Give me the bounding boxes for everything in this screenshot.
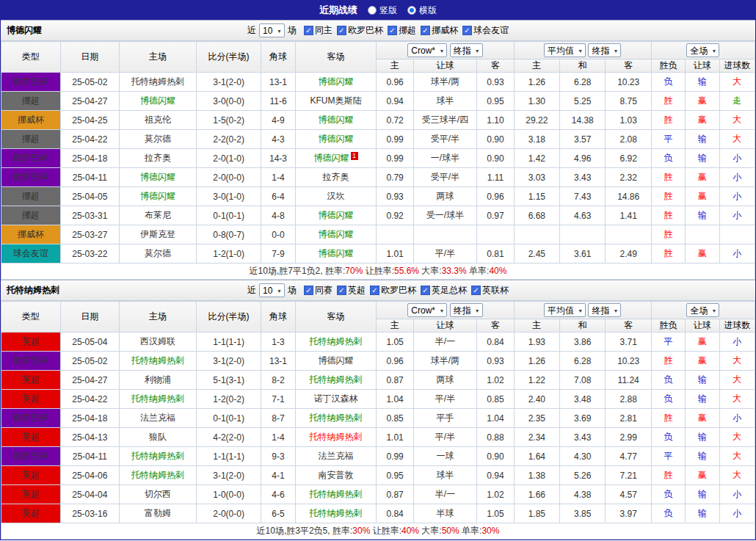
home-team[interactable]: 博德闪耀 — [120, 187, 197, 206]
filter-checkbox-欧罗巴杯[interactable]: ✓欧罗巴杯 — [337, 24, 383, 37]
home-team[interactable]: 托特纳姆热刺 — [120, 447, 197, 466]
away-team[interactable]: 汉坎 — [295, 187, 377, 206]
away-team[interactable]: 博德闪耀 — [295, 206, 377, 225]
home-team[interactable]: 博德闪耀 — [120, 92, 197, 111]
match-score[interactable]: 0-1(0-1) — [196, 206, 261, 225]
checkbox-checked-icon[interactable]: ✓ — [304, 286, 313, 295]
match-score[interactable]: 1-2(1-0) — [196, 244, 261, 264]
away-team[interactable]: 托特纳姆热刺 — [295, 485, 377, 504]
away-team[interactable]: 托特纳姆热刺 — [295, 409, 377, 428]
away-team[interactable]: 博德闪耀 — [295, 73, 377, 92]
home-team[interactable]: 西汉姆联 — [120, 333, 197, 352]
euro-away-odds: 1.03 — [606, 111, 651, 130]
filter-checkbox-英超[interactable]: ✓英超 — [337, 284, 366, 297]
home-team[interactable]: 法兰克福 — [120, 409, 197, 428]
away-team[interactable]: 博德闪耀 — [295, 130, 377, 149]
away-team[interactable]: 拉齐奥 — [295, 168, 377, 187]
checkbox-checked-icon[interactable]: ✓ — [337, 26, 346, 35]
recent-count-select[interactable]: 10 — [259, 283, 285, 297]
euro-away-odds: 2.08 — [606, 130, 651, 149]
checkbox-checked-icon[interactable]: ✓ — [462, 26, 472, 35]
match-score[interactable]: 1-1(1-1) — [196, 447, 261, 466]
recent-count-select[interactable]: 10 — [259, 23, 285, 37]
match-score[interactable]: 2-0(0-0) — [196, 504, 261, 523]
checkbox-checked-icon[interactable]: ✓ — [471, 286, 481, 295]
home-team[interactable]: 托特纳姆热刺 — [120, 352, 197, 371]
away-team[interactable]: 南安普敦 — [295, 466, 377, 485]
euro-odds-time-select[interactable]: 终指 — [588, 43, 621, 57]
home-team[interactable]: 托特纳姆热刺 — [120, 73, 197, 92]
home-team[interactable]: 祖克伦 — [120, 111, 197, 130]
checkbox-checked-icon[interactable]: ✓ — [421, 286, 430, 295]
filter-checkbox-英足总杯[interactable]: ✓英足总杯 — [421, 284, 467, 297]
layout-radio-horizontal[interactable]: 横版 — [407, 4, 437, 17]
home-team[interactable]: 托特纳姆热刺 — [120, 466, 197, 485]
away-team[interactable]: 诺丁汉森林 — [295, 390, 377, 409]
home-team[interactable]: 切尔西 — [120, 485, 197, 504]
home-team[interactable]: 莫尔德 — [120, 130, 197, 149]
match-score[interactable]: 3-1(2-0) — [196, 352, 261, 371]
match-score[interactable]: 2-0(0-0) — [196, 168, 261, 187]
euro-odds-source-select[interactable]: 平均值 — [544, 303, 586, 317]
match-score[interactable]: 2-0(1-0) — [196, 149, 261, 168]
result-goals: 小 — [719, 168, 755, 187]
filter-checkbox-同主[interactable]: ✓同主 — [304, 24, 332, 37]
away-team[interactable]: 托特纳姆热刺 — [295, 428, 377, 447]
asia-odds-source-select[interactable]: Crow* — [407, 43, 447, 57]
radio-checked-icon[interactable] — [407, 6, 416, 15]
checkbox-checked-icon[interactable]: ✓ — [304, 26, 313, 35]
match-score[interactable]: 5-1(3-1) — [196, 371, 261, 390]
home-team[interactable]: 拉齐奥 — [120, 149, 197, 168]
away-team[interactable]: 法兰克福 — [295, 447, 377, 466]
match-score[interactable]: 1-2(0-2) — [196, 390, 261, 409]
home-team[interactable]: 莫尔德 — [120, 244, 197, 264]
match-score[interactable]: 1-5(0-2) — [196, 111, 261, 130]
match-score[interactable]: 2-2(0-2) — [196, 130, 261, 149]
match-score[interactable]: 1-1(1-1) — [196, 333, 261, 352]
match-score[interactable]: 3-1(2-0) — [196, 466, 261, 485]
checkbox-checked-icon[interactable]: ✓ — [337, 286, 346, 295]
away-team[interactable]: 博德闪耀 — [295, 225, 377, 244]
match-score[interactable]: 4-2(2-0) — [196, 428, 261, 447]
filter-checkbox-欧罗巴杯[interactable]: ✓欧罗巴杯 — [370, 284, 416, 297]
home-team[interactable]: 博德闪耀 — [120, 168, 197, 187]
away-team[interactable]: 博德闪耀1 — [295, 149, 377, 168]
home-team[interactable]: 富勒姆 — [120, 504, 197, 523]
away-team[interactable]: 托特纳姆热刺 — [295, 333, 377, 352]
euro-odds-source-select[interactable]: 平均值 — [544, 43, 586, 57]
away-team[interactable]: 博德闪耀 — [295, 111, 377, 130]
match-score[interactable]: 3-1(2-0) — [196, 73, 261, 92]
match-score[interactable]: 1-0(0-0) — [196, 485, 261, 504]
home-team[interactable]: 布莱尼 — [120, 206, 197, 225]
match-score[interactable]: 3-0(0-0) — [196, 92, 261, 111]
euro-odds-time-select[interactable]: 终指 — [588, 303, 621, 317]
away-team[interactable]: KFUM奥斯陆 — [295, 92, 377, 111]
filter-checkbox-球会友谊[interactable]: ✓球会友谊 — [462, 24, 509, 37]
filter-checkbox-挪威杯[interactable]: ✓挪威杯 — [421, 24, 458, 37]
asia-odds-time-select[interactable]: 终指 — [450, 43, 483, 57]
away-team[interactable]: 博德闪耀 — [295, 352, 377, 371]
checkbox-checked-icon[interactable]: ✓ — [370, 286, 379, 295]
filter-checkbox-英联杯[interactable]: ✓英联杯 — [471, 284, 509, 297]
filter-checkbox-同赛[interactable]: ✓同赛 — [304, 284, 332, 297]
away-team[interactable]: 博德闪耀 — [295, 244, 377, 264]
asia-odds-time-select[interactable]: 终指 — [450, 303, 483, 317]
home-team[interactable]: 伊斯克登 — [120, 225, 197, 244]
result-scope-select[interactable]: 全场 — [686, 43, 719, 57]
home-team[interactable]: 托特纳姆热刺 — [120, 390, 197, 409]
layout-radio-vertical[interactable]: 竖版 — [368, 4, 397, 17]
result-scope-select[interactable]: 全场 — [686, 303, 719, 317]
filter-checkbox-挪超[interactable]: ✓挪超 — [388, 24, 416, 37]
radio-unchecked-icon[interactable] — [368, 6, 377, 15]
home-team[interactable]: 狼队 — [120, 428, 197, 447]
match-score[interactable]: 3-0(1-0) — [196, 187, 261, 206]
match-score[interactable]: 0-8(0-7) — [196, 225, 261, 244]
home-team[interactable]: 利物浦 — [120, 371, 197, 390]
checkbox-checked-icon[interactable]: ✓ — [421, 26, 430, 35]
away-team[interactable]: 托特纳姆热刺 — [295, 504, 377, 523]
checkbox-checked-icon[interactable]: ✓ — [388, 26, 397, 35]
away-team[interactable]: 托特纳姆热刺 — [295, 371, 377, 390]
result-goals: 小 — [719, 504, 755, 523]
match-score[interactable]: 0-1(0-1) — [196, 409, 261, 428]
asia-odds-source-select[interactable]: Crow* — [407, 303, 447, 317]
